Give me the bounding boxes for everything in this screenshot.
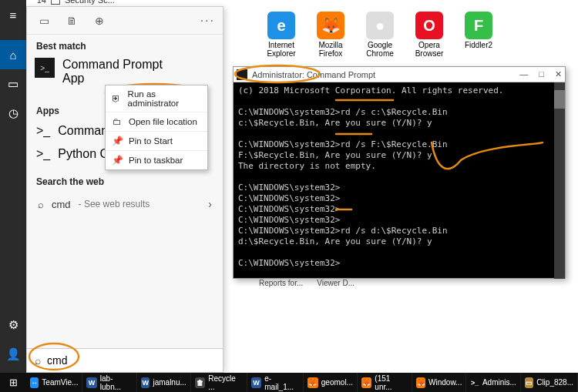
email-icon: W xyxy=(251,377,261,388)
search-scope-row: ▭ 🗎 ⊕ ··· xyxy=(27,7,223,35)
desktop-icon-fiddler[interactable]: FFiddler2 xyxy=(459,12,498,58)
taskbar-label: lab-lubn... xyxy=(100,374,133,391)
taskbar-item-clip[interactable]: ▭Clip_828... xyxy=(521,373,578,392)
menu-label: Pin to taskbar xyxy=(129,156,183,165)
menu-open-file-location[interactable]: 🗀 Open file location xyxy=(106,112,207,132)
taskbar-label: Window... xyxy=(428,378,462,387)
window-icon: 🦊 xyxy=(416,377,425,388)
clock-icon[interactable]: ◷ xyxy=(0,99,26,128)
context-menu: ⛨ Run as administrator 🗀 Open file locat… xyxy=(105,85,208,170)
ie-icon: e xyxy=(267,12,295,39)
scope-docs-icon[interactable]: 🗎 xyxy=(62,12,81,30)
taskbar: ⊞ ↔TeamVie...Wlab-lubn...Wjamalnu...🗑Rec… xyxy=(0,373,578,392)
nav-side-rail: ≡ ⌂ ▭ ◷ ⚙ 👤 xyxy=(0,0,26,392)
web-result-row[interactable]: ⌕ cmd - See web results › xyxy=(27,190,223,215)
adminis-icon: >_ xyxy=(470,377,479,388)
maximize-button[interactable]: □ xyxy=(539,69,544,79)
best-match-title: Command Prompt xyxy=(62,58,163,72)
menu-pin-to-taskbar[interactable]: 📌 Pin to taskbar xyxy=(106,151,207,169)
clip-icon: ▭ xyxy=(525,377,533,388)
taskbar-label: Clip_828... xyxy=(536,378,573,387)
label-frag: Viewer D... xyxy=(317,279,355,287)
scrollbar-thumb[interactable] xyxy=(554,90,565,109)
close-button[interactable]: ✕ xyxy=(555,69,562,79)
folder-icon: 🗀 xyxy=(112,116,123,127)
section-best-match: Best match xyxy=(27,35,223,55)
cmd-title-bar[interactable]: Administrator: Command Prompt — □ ✕ xyxy=(234,67,565,82)
geomol-icon: 🦊 xyxy=(307,377,318,388)
taskbar-label: Adminis... xyxy=(482,378,516,387)
desktop-icon-firefox[interactable]: 🦊Mozilla Firefox xyxy=(311,12,350,58)
firefox-icon: 🦊 xyxy=(317,12,344,39)
taskbar-item-recycle[interactable]: 🗑Recycle ... xyxy=(191,373,247,392)
menu-label: Pin to Start xyxy=(129,136,173,146)
desktop-icon-label: Internet Explorer xyxy=(262,41,301,58)
cmd-window: Administrator: Command Prompt — □ ✕ (c) … xyxy=(233,66,566,279)
best-match-item[interactable]: >_ Command Prompt App xyxy=(27,55,223,85)
cmd-icon: >_ xyxy=(35,58,55,78)
label-frag: Reports for... xyxy=(259,279,303,287)
menu-icon[interactable]: ≡ xyxy=(0,0,26,29)
taskbar-label: geomol... xyxy=(321,378,353,387)
shield-icon xyxy=(51,0,60,5)
menu-run-as-admin[interactable]: ⛨ Run as administrator xyxy=(106,85,207,112)
opera-icon: O xyxy=(415,12,443,39)
taskbar-label: (151 unr... xyxy=(375,374,408,391)
shield-icon: ⛨ xyxy=(112,93,122,104)
row-number: 14 xyxy=(31,0,46,5)
top-list-fragment: 14 Security Sc... xyxy=(31,0,115,5)
search-icon: ⌕ xyxy=(38,199,44,210)
desktop-icons-row: eInternet Explorer🦊Mozilla Firefox●Googl… xyxy=(262,12,498,58)
cmd-icon: >_ xyxy=(36,124,50,138)
desktop-icon-label: Mozilla Firefox xyxy=(311,41,350,58)
taskbar-item-jamalnu[interactable]: Wjamalnu... xyxy=(137,373,191,392)
desktop-icon-chrome[interactable]: ●Google Chrome xyxy=(361,12,399,58)
taskbar-item-151unr[interactable]: 🦊(151 unr... xyxy=(358,373,412,392)
web-term: cmd xyxy=(52,199,71,210)
taskbar-label: jamalnu... xyxy=(153,378,186,387)
account-icon[interactable]: 👤 xyxy=(0,340,26,369)
start-search-panel: ▭ 🗎 ⊕ ··· Best match >_ Command Prompt A… xyxy=(26,6,223,371)
more-icon[interactable]: ··· xyxy=(200,14,215,28)
start-button[interactable]: ⊞ xyxy=(0,373,26,392)
fiddler-icon: F xyxy=(465,12,492,39)
taskbar-label: e-mail_1... xyxy=(264,374,299,391)
taskbar-item-teamviewer[interactable]: ↔TeamVie... xyxy=(26,373,82,392)
desktop-label-fragments: Reports for... Viewer D... xyxy=(259,279,355,287)
scope-web-icon[interactable]: ⊕ xyxy=(90,12,109,30)
taskbar-label: TeamVie... xyxy=(42,378,78,387)
start-search-box[interactable]: ⌕ xyxy=(26,348,223,373)
menu-label: Run as administrator xyxy=(128,89,201,108)
search-input[interactable] xyxy=(47,354,215,367)
settings-icon[interactable]: ⚙ xyxy=(0,310,26,340)
search-icon: ⌕ xyxy=(35,354,41,367)
desktop-icon-ie[interactable]: eInternet Explorer xyxy=(262,12,301,58)
row-label: Security Sc... xyxy=(65,0,115,5)
taskbar-item-adminis[interactable]: >_Adminis... xyxy=(466,373,520,392)
doc-icon[interactable]: ▭ xyxy=(0,69,26,99)
cmd-icon: >_ xyxy=(36,147,50,161)
taskbar-item-window[interactable]: 🦊Window... xyxy=(412,373,466,392)
scope-device-icon[interactable]: ▭ xyxy=(35,12,53,30)
taskbar-item-geomol[interactable]: 🦊geomol... xyxy=(304,373,358,392)
taskbar-item-lab-lubn[interactable]: Wlab-lubn... xyxy=(82,373,136,392)
scrollbar[interactable] xyxy=(554,82,565,279)
menu-pin-to-start[interactable]: 📌 Pin to Start xyxy=(106,132,207,151)
cmd-window-title: Administrator: Command Prompt xyxy=(252,70,375,79)
desktop-icon-opera[interactable]: OOpera Browser xyxy=(410,12,449,58)
chrome-icon: ● xyxy=(366,12,394,39)
pin-icon: 📌 xyxy=(112,136,123,146)
taskbar-item-email[interactable]: We-mail_1... xyxy=(247,373,304,392)
desktop-icon-label: Opera Browser xyxy=(410,41,449,58)
section-web: Search the web xyxy=(27,170,223,190)
chevron-right-icon: › xyxy=(208,198,212,210)
home-icon[interactable]: ⌂ xyxy=(0,40,26,69)
recycle-icon: 🗑 xyxy=(195,377,205,388)
cmd-output[interactable]: (c) 2018 Microsoft Corporation. All righ… xyxy=(234,82,565,279)
minimize-button[interactable]: — xyxy=(519,69,528,79)
cmd-text: (c) 2018 Microsoft Corporation. All righ… xyxy=(238,85,560,269)
151unr-icon: 🦊 xyxy=(361,377,371,388)
taskbar-label: Recycle ... xyxy=(208,374,243,391)
best-match-sub: App xyxy=(62,72,163,85)
jamalnu-icon: W xyxy=(141,377,150,388)
